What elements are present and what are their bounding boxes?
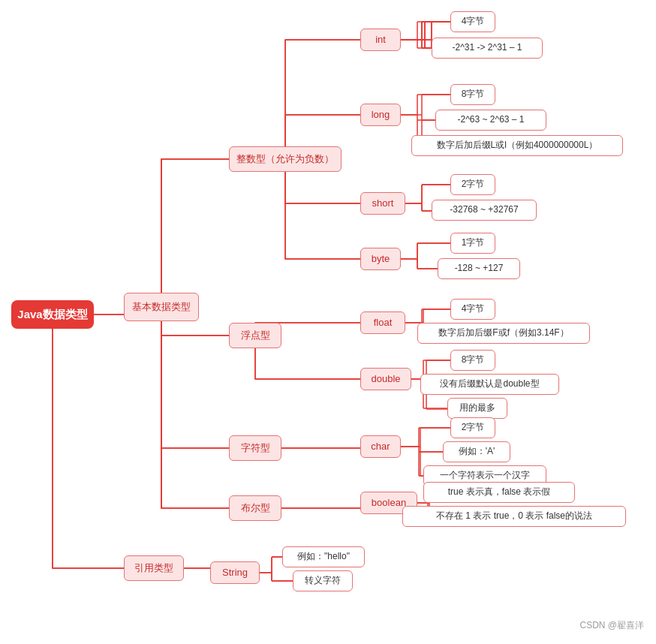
char-type-node: 字符型 <box>229 435 281 461</box>
ref-node: 引用类型 <box>124 555 184 581</box>
char-b1: 2字节 <box>450 417 495 438</box>
double-b1-label: 8字节 <box>462 354 485 366</box>
byte-b1: 1字节 <box>450 233 495 254</box>
char-b3-label: 一个字符表示一个汉字 <box>440 470 530 482</box>
basic-label: 基本数据类型 <box>132 301 191 314</box>
short-b1-label: 2字节 <box>462 179 485 191</box>
basic-node: 基本数据类型 <box>124 293 199 321</box>
bool-b2-label: 不存在 1 表示 true，0 表示 false的说法 <box>436 510 592 522</box>
char-b2-label: 例如：'A' <box>459 446 495 458</box>
float-b1: 4字节 <box>450 299 495 320</box>
double-b3: 用的最多 <box>447 398 507 419</box>
double-b3-label: 用的最多 <box>459 402 495 414</box>
byte-label: byte <box>372 253 390 266</box>
double-b2-label: 没有后缀默认是double型 <box>440 378 539 390</box>
str-b2: 转义字符 <box>293 570 353 591</box>
float-type-node: 浮点型 <box>229 323 281 348</box>
long-b1-label: 8字节 <box>462 89 485 101</box>
double-b2: 没有后缀默认是double型 <box>420 374 559 395</box>
int-b1: 4字节 <box>450 11 495 32</box>
long-b2: -2^63 ~ 2^63 – 1 <box>435 110 546 131</box>
long-b3-label: 数字后加后缀L或l（例如4000000000L） <box>437 140 598 152</box>
string-label: String <box>222 567 248 579</box>
bool-type-label: 布尔型 <box>241 502 270 515</box>
float-b2: 数字后加后缀F或f（例如3.14F） <box>417 323 590 344</box>
boolean-label: boolean <box>372 497 406 510</box>
char-b1-label: 2字节 <box>462 422 485 434</box>
byte-b2: -128 ~ +127 <box>438 258 520 279</box>
float-node: float <box>360 311 405 334</box>
long-b2-label: -2^63 ~ 2^63 – 1 <box>458 114 525 126</box>
int-b2-label: -2^31 -> 2^31 – 1 <box>453 42 522 54</box>
int-node: int <box>360 29 401 51</box>
root-node: Java数据类型 <box>11 300 94 329</box>
short-label: short <box>372 197 394 210</box>
byte-node: byte <box>360 248 401 270</box>
double-label: double <box>371 373 400 386</box>
short-b2: -32768 ~ +32767 <box>432 200 537 221</box>
str-b1-label: 例如："hello" <box>297 551 350 563</box>
long-b1: 8字节 <box>450 84 495 105</box>
watermark: CSDN @翟喜洋 <box>579 619 644 632</box>
int-b1-label: 4字节 <box>462 16 485 28</box>
double-node: double <box>360 368 411 390</box>
char-node: char <box>360 435 401 458</box>
str-b2-label: 转义字符 <box>305 575 341 587</box>
float-label: float <box>374 317 393 330</box>
ref-label: 引用类型 <box>134 562 173 575</box>
short-b1: 2字节 <box>450 174 495 195</box>
bool-type-node: 布尔型 <box>229 495 281 521</box>
bool-b2: 不存在 1 表示 true，0 表示 false的说法 <box>402 506 626 527</box>
float-b1-label: 4字节 <box>462 303 485 315</box>
integer-label: 整数型（允许为负数） <box>236 153 334 166</box>
long-label: long <box>372 109 390 122</box>
bool-b1: true 表示真，false 表示假 <box>423 482 575 503</box>
str-b1: 例如："hello" <box>282 546 365 567</box>
char-b2: 例如：'A' <box>443 441 510 462</box>
integer-node: 整数型（允许为负数） <box>229 146 342 172</box>
int-b2: -2^31 -> 2^31 – 1 <box>432 38 543 59</box>
bool-b1-label: true 表示真，false 表示假 <box>448 486 551 498</box>
long-node: long <box>360 104 401 126</box>
double-b1: 8字节 <box>450 350 495 371</box>
short-b2-label: -32768 ~ +32767 <box>450 204 518 216</box>
float-type-label: 浮点型 <box>241 330 270 342</box>
string-node: String <box>210 561 260 584</box>
watermark-text: CSDN @翟喜洋 <box>579 620 644 630</box>
byte-b2-label: -128 ~ +127 <box>455 263 504 275</box>
short-node: short <box>360 192 405 215</box>
byte-b1-label: 1字节 <box>462 237 485 249</box>
char-type-label: 字符型 <box>241 442 270 455</box>
root-label: Java数据类型 <box>17 307 87 322</box>
float-b2-label: 数字后加后缀F或f（例如3.14F） <box>438 327 568 339</box>
diagram-container: .cl{fill:none;stroke:#e53935;stroke-widt… <box>0 0 656 644</box>
long-b3: 数字后加后缀L或l（例如4000000000L） <box>411 135 623 156</box>
char-label: char <box>371 441 390 453</box>
int-label: int <box>375 34 386 47</box>
